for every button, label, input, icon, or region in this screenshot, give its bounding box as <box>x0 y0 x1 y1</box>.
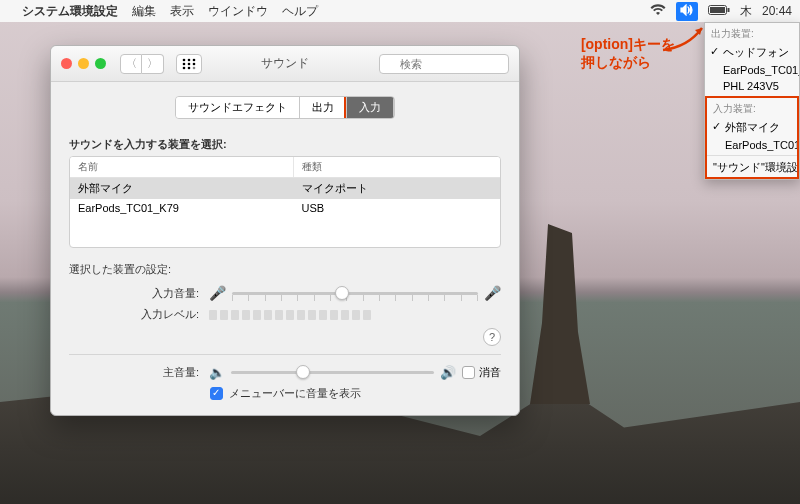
input-level-label: 入力レベル: <box>69 307 209 322</box>
battery-icon[interactable] <box>708 4 730 19</box>
mic-low-icon: 🎤 <box>209 285 226 301</box>
main-volume-slider[interactable] <box>231 371 434 374</box>
table-row[interactable]: 外部マイク マイクポート <box>70 178 500 199</box>
menu-help[interactable]: ヘルプ <box>282 3 318 20</box>
mic-high-icon: 🎤 <box>484 285 501 301</box>
menu-window[interactable]: ウインドウ <box>208 3 268 20</box>
help-button[interactable]: ? <box>483 328 501 346</box>
zoom-button[interactable] <box>95 58 106 69</box>
window-title: サウンド <box>261 55 309 72</box>
output-device-item[interactable]: PHL 243V5 <box>705 78 799 94</box>
table-row[interactable]: EarPods_TC01_K79 USB <box>70 199 500 217</box>
menubar: システム環境設定 編集 表示 ウインドウ ヘルプ 木 20:44 <box>0 0 800 22</box>
svg-point-3 <box>183 58 186 61</box>
volume-menu-dropdown: 出力装置: ヘッドフォン EarPods_TC01_K7 PHL 243V5 入… <box>704 22 800 180</box>
close-button[interactable] <box>61 58 72 69</box>
output-devices-header: 出力装置: <box>705 23 799 43</box>
device-settings-label: 選択した装置の設定: <box>69 262 501 277</box>
volume-menu-icon[interactable] <box>676 2 698 21</box>
output-device-item[interactable]: ヘッドフォン <box>705 43 799 62</box>
speaker-low-icon: 🔈 <box>209 365 225 380</box>
menu-edit[interactable]: 編集 <box>132 3 156 20</box>
svg-point-11 <box>193 66 196 69</box>
app-name[interactable]: システム環境設定 <box>22 3 118 20</box>
input-devices-table: 名前 種類 外部マイク マイクポート EarPods_TC01_K79 USB <box>69 156 501 248</box>
sound-prefs-item[interactable]: "サウンド"環境設定 <box>707 158 797 177</box>
mute-checkbox[interactable] <box>462 366 475 379</box>
input-device-item[interactable]: EarPods_TC01_K7 <box>707 137 797 153</box>
sound-tabs: サウンドエフェクト 出力 入力 <box>175 96 395 119</box>
svg-point-5 <box>193 58 196 61</box>
tab-output[interactable]: 出力 <box>300 97 347 118</box>
svg-point-8 <box>193 62 196 65</box>
sound-prefs-window: 〈 〉 サウンド サウンドエフェクト 出力 入力 サウンドを入力する装置を選択:… <box>50 45 520 416</box>
tab-sound-effects[interactable]: サウンドエフェクト <box>176 97 300 118</box>
svg-rect-1 <box>727 8 729 12</box>
input-devices-header: 入力装置: <box>707 98 797 118</box>
svg-rect-2 <box>710 7 725 13</box>
window-titlebar: 〈 〉 サウンド <box>51 46 519 82</box>
column-type[interactable]: 種類 <box>294 157 500 177</box>
select-device-label: サウンドを入力する装置を選択: <box>69 137 501 152</box>
wifi-icon[interactable] <box>650 4 666 19</box>
input-device-item[interactable]: 外部マイク <box>707 118 797 137</box>
svg-point-4 <box>188 58 191 61</box>
column-name[interactable]: 名前 <box>70 157 294 177</box>
menu-view[interactable]: 表示 <box>170 3 194 20</box>
main-volume-label: 主音量: <box>69 365 209 380</box>
show-in-menubar-checkbox[interactable] <box>210 387 223 400</box>
svg-point-6 <box>183 62 186 65</box>
minimize-button[interactable] <box>78 58 89 69</box>
clock-time[interactable]: 20:44 <box>762 4 792 18</box>
mute-label: 消音 <box>479 365 501 380</box>
tab-input[interactable]: 入力 <box>347 97 394 118</box>
input-level-meter <box>209 310 501 320</box>
input-volume-label: 入力音量: <box>69 286 209 301</box>
svg-point-10 <box>188 66 191 69</box>
input-volume-slider[interactable] <box>232 292 478 295</box>
speaker-high-icon: 🔊 <box>440 365 456 380</box>
svg-point-7 <box>188 62 191 65</box>
clock-day[interactable]: 木 <box>740 3 752 20</box>
show-all-button[interactable] <box>176 54 202 74</box>
show-in-menubar-label: メニューバーに音量を表示 <box>229 386 361 401</box>
output-device-item[interactable]: EarPods_TC01_K7 <box>705 62 799 78</box>
back-button[interactable]: 〈 <box>120 54 142 74</box>
annotation-text: [option]キーを 押しながら <box>581 35 675 71</box>
forward-button[interactable]: 〉 <box>142 54 164 74</box>
search-input[interactable] <box>379 54 509 74</box>
svg-point-9 <box>183 66 186 69</box>
